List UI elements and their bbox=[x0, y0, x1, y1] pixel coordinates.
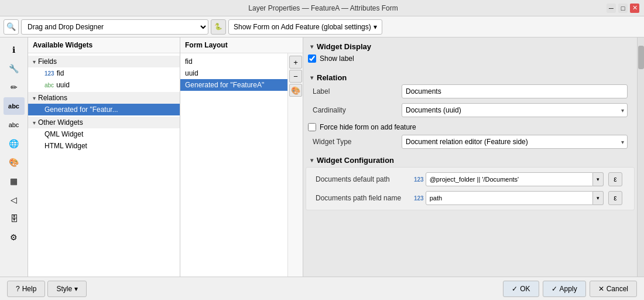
help-button[interactable]: ? Help bbox=[7, 281, 45, 297]
cardinality-wrapper: Documents (uuid) One to Many Many to Man… bbox=[402, 103, 628, 117]
show-form-button[interactable]: Show Form on Add Feature (global setting… bbox=[228, 19, 382, 35]
show-form-arrow-icon: ▾ bbox=[374, 23, 377, 31]
show-form-label: Show Form on Add Feature (global setting… bbox=[234, 23, 371, 31]
search-button[interactable]: 🔍 bbox=[4, 19, 19, 35]
ok-icon: ✓ bbox=[512, 285, 518, 293]
qml-widget-item[interactable]: QML Widget bbox=[28, 128, 180, 140]
sidebar-wrench-button[interactable]: 🔧 bbox=[4, 60, 25, 77]
relation-form-grid: Label Cardinality Documents (uuid) One t… bbox=[303, 84, 637, 122]
sidebar-grid-button[interactable]: ▦ bbox=[4, 172, 25, 190]
color-icon: 🎨 bbox=[9, 158, 19, 167]
form-color-button[interactable]: 🎨 bbox=[289, 84, 302, 97]
widget-display-title: Widget Display bbox=[317, 42, 371, 51]
path-field-prefix-icon: 123 bbox=[414, 195, 424, 202]
uuid-type-icon: abc bbox=[44, 82, 54, 88]
sidebar-text-button[interactable]: abc bbox=[4, 116, 25, 134]
window-controls: ─ □ ✕ bbox=[607, 4, 639, 13]
widget-display-header[interactable]: ▾ Widget Display bbox=[303, 38, 637, 53]
database-icon: 🗄 bbox=[10, 214, 18, 223]
sidebar-icons: ℹ 🔧 ✏ abc abc 🌐 🎨 ▦ ◁ 🗄 ⚙ bbox=[0, 38, 28, 277]
sidebar-settings-button[interactable]: ⚙ bbox=[4, 229, 25, 246]
globe-icon: 🌐 bbox=[9, 139, 19, 148]
widget-config-title: Widget Configuration bbox=[317, 156, 394, 165]
sidebar-label-button[interactable]: abc bbox=[4, 97, 25, 115]
default-path-input[interactable] bbox=[426, 172, 593, 186]
fields-group: ▾ Fields 123 fid abc uuid bbox=[28, 56, 180, 91]
show-label-checkbox[interactable] bbox=[308, 54, 316, 63]
relations-group-label: Relations bbox=[38, 94, 67, 102]
path-field-expr-button[interactable]: ε bbox=[608, 191, 622, 205]
path-field-input[interactable] bbox=[426, 191, 593, 205]
widget-config-grid: Documents default path 123 ▾ ε Documents… bbox=[306, 167, 635, 210]
other-widgets-arrow-icon: ▾ bbox=[33, 120, 36, 126]
right-panel: ▾ Widget Display Show label ▾ Relation L… bbox=[303, 38, 637, 277]
field-fid-label: fid bbox=[57, 69, 64, 77]
relation-arrow-icon: ▾ bbox=[310, 74, 313, 81]
relation-header[interactable]: ▾ Relation bbox=[303, 69, 637, 84]
path-field-dropdown-button[interactable]: ▾ bbox=[593, 191, 604, 205]
default-path-expr-button[interactable]: ε bbox=[608, 172, 622, 186]
widget-type-select[interactable]: Document relation editor (Feature side) … bbox=[402, 135, 628, 149]
fields-arrow-icon: ▾ bbox=[33, 59, 36, 65]
other-widgets-group-label: Other Widgets bbox=[38, 118, 83, 127]
widget-config-header[interactable]: ▾ Widget Configuration bbox=[303, 151, 637, 167]
cardinality-field-label: Cardinality bbox=[313, 106, 395, 114]
form-layout-list: fid uuid Generated for "FeatureA" bbox=[180, 53, 287, 277]
fields-group-header[interactable]: ▾ Fields bbox=[28, 56, 180, 67]
form-layout-uuid[interactable]: uuid bbox=[180, 67, 287, 79]
fields-group-label: Fields bbox=[38, 57, 57, 66]
ok-button[interactable]: ✓ OK bbox=[503, 281, 539, 297]
apply-button[interactable]: ✓ Apply bbox=[543, 281, 586, 297]
html-widget-label: HTML Widget bbox=[44, 142, 87, 150]
toolbar: 🔍 Drag and Drop Designer 🐍 Show Form on … bbox=[0, 16, 644, 38]
relations-arrow-icon: ▾ bbox=[33, 95, 36, 101]
style-button[interactable]: Style ▾ bbox=[47, 281, 87, 297]
widget-tree: ▾ Fields 123 fid abc uuid ▾ Relations bbox=[28, 53, 180, 277]
apply-label: Apply bbox=[560, 285, 577, 293]
ok-label: OK bbox=[520, 285, 530, 293]
sidebar-map-button[interactable]: ◁ bbox=[4, 191, 25, 209]
sidebar-globe-button[interactable]: 🌐 bbox=[4, 135, 25, 152]
designer-select[interactable]: Drag and Drop Designer bbox=[21, 19, 208, 35]
field-uuid-item[interactable]: abc uuid bbox=[28, 79, 180, 91]
maximize-button[interactable]: □ bbox=[618, 4, 628, 13]
form-layout-fid[interactable]: fid bbox=[180, 56, 287, 67]
path-field-name-label: Documents path field name bbox=[316, 194, 409, 202]
expr-icon: ε bbox=[614, 175, 616, 183]
field-fid-item[interactable]: 123 fid bbox=[28, 67, 180, 79]
other-widgets-group-header[interactable]: ▾ Other Widgets bbox=[28, 117, 180, 128]
sidebar-db-button[interactable]: 🗄 bbox=[4, 210, 25, 227]
default-path-label: Documents default path bbox=[316, 175, 409, 183]
python-button[interactable]: 🐍 bbox=[211, 19, 226, 35]
form-add-button[interactable]: + bbox=[289, 56, 302, 69]
sidebar-info-button[interactable]: ℹ bbox=[4, 41, 25, 59]
minimize-button[interactable]: ─ bbox=[607, 4, 616, 13]
form-layout-generated[interactable]: Generated for "FeatureA" bbox=[180, 79, 287, 91]
widget-type-row: Widget Type Document relation editor (Fe… bbox=[303, 135, 637, 151]
cancel-button[interactable]: ✕ Cancel bbox=[590, 281, 637, 297]
scrollbar[interactable] bbox=[637, 38, 644, 277]
form-remove-button[interactable]: − bbox=[289, 70, 302, 83]
style-arrow-icon: ▾ bbox=[74, 285, 78, 293]
help-label: Help bbox=[22, 285, 37, 293]
form-layout-header: Form Layout bbox=[180, 38, 303, 53]
search-icon: 🔍 bbox=[6, 22, 16, 31]
default-path-wrapper: 123 ▾ bbox=[414, 172, 604, 186]
force-hide-row: Force hide form on add feature bbox=[303, 122, 637, 132]
qml-widget-label: QML Widget bbox=[44, 130, 83, 138]
text-icon: abc bbox=[9, 121, 19, 128]
default-path-dropdown-icon: ▾ bbox=[597, 176, 600, 182]
relations-group-header[interactable]: ▾ Relations bbox=[28, 92, 180, 104]
scroll-thumb[interactable] bbox=[638, 46, 644, 69]
html-widget-item[interactable]: HTML Widget bbox=[28, 140, 180, 152]
cardinality-select[interactable]: Documents (uuid) One to Many Many to Man… bbox=[402, 103, 628, 117]
close-button[interactable]: ✕ bbox=[630, 4, 639, 13]
sidebar-color-button[interactable]: 🎨 bbox=[4, 154, 25, 171]
form-layout-side-buttons: + − 🎨 bbox=[287, 53, 303, 277]
relation-generated-item[interactable]: Generated for "Featur... bbox=[28, 104, 180, 115]
sidebar-edit-button[interactable]: ✏ bbox=[4, 79, 25, 96]
label-input[interactable] bbox=[402, 84, 628, 98]
other-widgets-group: ▾ Other Widgets QML Widget HTML Widget bbox=[28, 117, 180, 152]
force-hide-checkbox[interactable] bbox=[308, 123, 316, 131]
default-path-dropdown-button[interactable]: ▾ bbox=[593, 172, 604, 186]
